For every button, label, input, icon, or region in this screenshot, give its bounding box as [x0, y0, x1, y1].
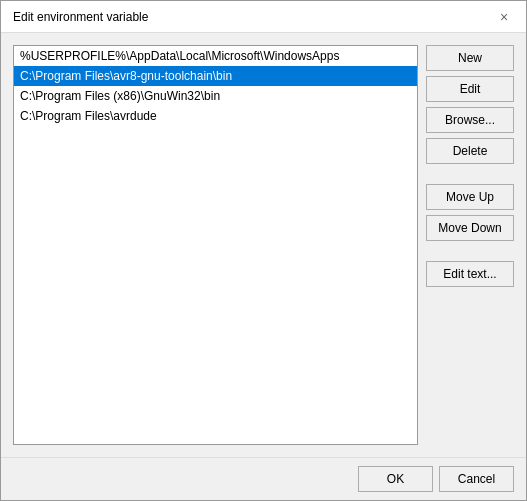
- list-item[interactable]: C:\Program Files (x86)\GnuWin32\bin: [14, 86, 417, 106]
- ok-button[interactable]: OK: [358, 466, 433, 492]
- dialog-content: %USERPROFILE%\AppData\Local\Microsoft\Wi…: [1, 33, 526, 457]
- delete-button[interactable]: Delete: [426, 138, 514, 164]
- list-item[interactable]: %USERPROFILE%\AppData\Local\Microsoft\Wi…: [14, 46, 417, 66]
- title-bar: Edit environment variable ×: [1, 1, 526, 33]
- env-variable-list[interactable]: %USERPROFILE%\AppData\Local\Microsoft\Wi…: [13, 45, 418, 445]
- new-button[interactable]: New: [426, 45, 514, 71]
- action-buttons-panel: New Edit Browse... Delete Move Up Move D…: [426, 45, 514, 445]
- list-item[interactable]: C:\Program Files\avr8-gnu-toolchain\bin: [14, 66, 417, 86]
- dialog-title: Edit environment variable: [13, 10, 148, 24]
- edit-button[interactable]: Edit: [426, 76, 514, 102]
- dialog-footer: OK Cancel: [1, 457, 526, 500]
- edit-env-variable-dialog: Edit environment variable × %USERPROFILE…: [0, 0, 527, 501]
- list-item[interactable]: C:\Program Files\avrdude: [14, 106, 417, 126]
- cancel-button[interactable]: Cancel: [439, 466, 514, 492]
- browse-button[interactable]: Browse...: [426, 107, 514, 133]
- close-button[interactable]: ×: [494, 7, 514, 27]
- move-up-button[interactable]: Move Up: [426, 184, 514, 210]
- edit-text-button[interactable]: Edit text...: [426, 261, 514, 287]
- move-down-button[interactable]: Move Down: [426, 215, 514, 241]
